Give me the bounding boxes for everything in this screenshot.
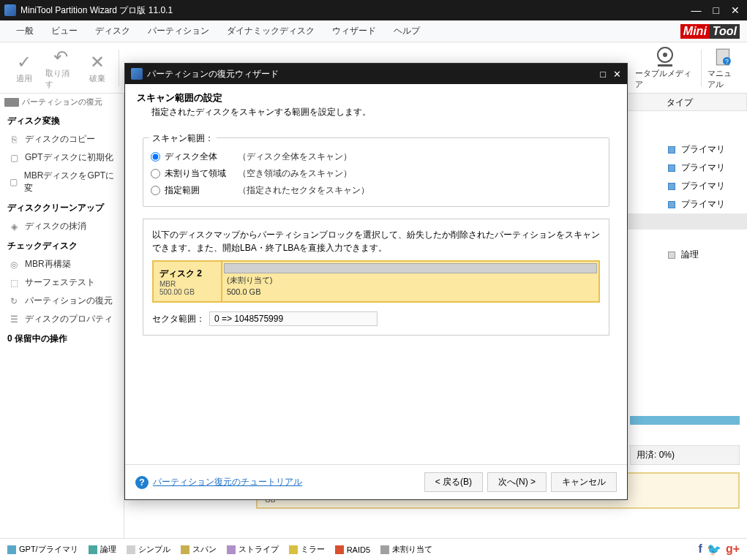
target-icon: ◎ [7,259,20,270]
discard-button[interactable]: ✕ 破棄 [79,48,116,87]
svg-text:?: ? [725,57,729,64]
disk-partition-area[interactable]: (未割り当て) 500.0 GB [221,262,598,301]
col-type[interactable]: タイプ [659,94,747,110]
disk-info: ディスク 2 MBR 500.00 GB [154,262,221,301]
undo-button[interactable]: ↶ 取り消す [42,43,79,93]
eraser-icon: ◈ [7,221,20,232]
copy-icon: ⎘ [7,134,20,145]
minimize-button[interactable]: — [688,4,705,16]
legend: GPT/プライマリ 論理 シンプル スパン ストライプ ミラー RAID5 未割… [0,538,747,560]
facebook-icon[interactable]: f [699,542,702,556]
radio-input[interactable] [151,152,160,162]
sidebar-item-wipe[interactable]: ◈ディスクの抹消 [0,217,124,235]
legend-item: GPT/プライマリ [7,544,78,555]
close-button[interactable]: ✕ [728,4,743,16]
legend-item: ストライプ [227,544,279,555]
dialog-subheading: 指定されたディスクをスキャンする範囲を設定します。 [137,106,615,118]
logical-indicator [668,251,675,259]
svg-rect-2 [658,64,672,67]
scan-range-fieldset: スキャン範囲： ディスク全体 （ディスク全体をスキャン） 未割り当て領域 （空き… [143,137,609,207]
partition-bar[interactable] [224,263,597,273]
map-description: 以下のディスクマップからパーティションブロックを選択して、紛失したか削除されたパ… [152,228,600,254]
radio-specified[interactable]: 指定範囲 （指定されたセクタをスキャン） [151,182,601,199]
dialog-footer: ? パーティション復元のチュートリアル < 戻る(B) 次へ(N) > キャンセ… [125,464,627,499]
dialog-heading: スキャン範囲の設定 [137,91,615,105]
app-icon [4,4,16,16]
tutorial-link[interactable]: パーティション復元のチュートリアル [153,476,302,488]
gplus-icon[interactable]: g+ [726,542,740,556]
dialog-close-button[interactable]: ✕ [613,69,621,80]
primary-indicator [668,183,675,190]
sidebar-item-surface-test[interactable]: ⬚サーフェステスト [0,273,124,292]
legend-swatch [7,545,16,554]
next-button[interactable]: 次へ(N) > [487,472,547,492]
legend-item: シンプル [127,544,170,555]
legend-swatch [227,545,236,554]
sidebar-group-check: チェックディスク [0,235,124,255]
hdd-icon [4,98,19,107]
cancel-button[interactable]: キャンセル [551,472,617,492]
sidebar-group-disk-convert: ディスク変換 [0,110,124,130]
back-button[interactable]: < 戻る(B) [424,472,483,492]
logo: MiniTool [680,24,740,39]
menu-disk[interactable]: ディスク [86,25,139,37]
legend-item: ミラー [289,544,325,555]
sidebar-group-cleanup: ディスククリーンアップ [0,197,124,217]
sidebar-item-rebuild-mbr[interactable]: ◎MBR再構築 [0,255,124,273]
partition-recovery-dialog: パーティションの復元ウィザード □ ✕ スキャン範囲の設定 指定されたディスクを… [124,63,628,500]
window-title: MiniTool Partition Wizard プロ版 11.0.1 [20,4,688,17]
menu-view[interactable]: ビュー [42,25,86,37]
init-icon: ▢ [7,152,20,164]
legend-item: RAID5 [335,545,370,554]
usage-bar: 用済: 0%) [630,445,740,465]
sidebar-item-copy-disk[interactable]: ⎘ディスクのコピー [0,130,124,148]
pending-operations: 0 保留中の操作 [0,328,124,348]
sector-label: セクタ範囲： [152,313,205,325]
dialog-maximize-button[interactable]: □ [600,69,606,80]
discard-icon: ✕ [90,51,105,73]
bootable-media-button[interactable]: ータブルメディア [632,43,698,93]
primary-indicator [668,146,675,154]
dialog-title: パーティションの復元ウィザード [147,68,600,80]
dialog-icon [131,68,143,80]
menu-wizard[interactable]: ウィザード [323,25,385,37]
menu-help[interactable]: ヘルプ [385,25,429,37]
primary-indicator [668,201,675,208]
maximize-button[interactable]: □ [710,4,722,16]
sector-input[interactable] [209,311,378,326]
titlebar: MiniTool Partition Wizard プロ版 11.0.1 — □… [0,0,747,20]
legend-item: 未割り当て [380,544,432,555]
menu-general[interactable]: 一般 [7,25,42,37]
primary-indicator [668,164,675,172]
dialog-header: スキャン範囲の設定 指定されたディスクをスキャンする範囲を設定します。 [125,84,627,123]
radio-input[interactable] [151,169,160,178]
apply-button[interactable]: ✓ 適用 [6,48,42,87]
convert-icon: ▢ [7,176,20,188]
sidebar-item-disk-properties[interactable]: ☰ディスクのプロパティ [0,310,124,328]
twitter-icon[interactable]: 🐦 [707,542,721,556]
legend-item: 論理 [89,544,116,555]
menubar: 一般 ビュー ディスク パーティション ダイナミックディスク ウィザード ヘルプ… [0,20,747,42]
radio-full-disk[interactable]: ディスク全体 （ディスク全体をスキャン） [151,148,601,165]
disk-map-box: 以下のディスクマップからパーティションブロックを選択して、紛失したか削除されたパ… [143,219,609,336]
radio-input[interactable] [151,186,160,195]
menu-dynamic[interactable]: ダイナミックディスク [218,25,323,37]
recover-icon: ↻ [7,295,20,307]
disk-block[interactable]: ディスク 2 MBR 500.00 GB (未割り当て) 500.0 GB [152,260,600,303]
sector-range-row: セクタ範囲： [152,311,600,326]
radio-unallocated[interactable]: 未割り当て領域 （空き領域のみをスキャン） [151,165,601,182]
scan-range-legend: スキャン範囲： [149,132,217,145]
undo-icon: ↶ [53,46,68,68]
legend-swatch [380,545,389,554]
disc-icon [653,46,677,68]
sidebar-top-item[interactable]: パーティションの復元 [0,97,124,110]
sidebar-item-mbr-to-gpt[interactable]: ▢MBRディスクをGPTに変 [0,167,124,197]
help-icon[interactable]: ? [135,476,149,489]
menu-partition[interactable]: パーティション [139,25,218,37]
sidebar-item-partition-recover[interactable]: ↻パーティションの復元 [0,292,124,310]
legend-swatch [89,545,97,554]
manual-button[interactable]: ? マニュアル [705,43,741,93]
sidebar-item-init-gpt[interactable]: ▢GPTディスクに初期化 [0,148,124,167]
svg-point-1 [663,53,667,57]
legend-swatch [181,545,189,554]
